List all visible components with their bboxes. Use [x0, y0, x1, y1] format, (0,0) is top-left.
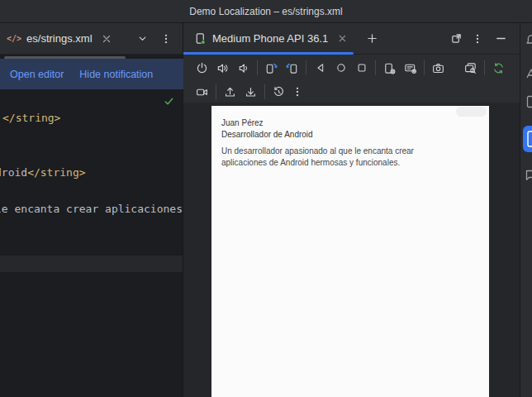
video-camera-icon — [195, 85, 209, 99]
running-devices-active-tool-button[interactable] — [523, 126, 532, 152]
notifications-tool-button[interactable] — [524, 32, 532, 49]
tab-medium-phone[interactable]: Medium Phone API 36.1 — [192, 23, 356, 54]
editor-tab-bar: </> es/strings.xml — [0, 23, 183, 55]
profile-role: Desarrollador de Android — [221, 129, 313, 141]
overview-square-icon — [355, 61, 368, 74]
kebab-icon — [160, 33, 172, 45]
sync-button[interactable] — [488, 58, 509, 78]
open-in-window-button[interactable] — [447, 30, 465, 48]
volume-down-button[interactable] — [233, 58, 254, 78]
divider — [375, 60, 376, 75]
download-icon — [244, 85, 258, 99]
android-studio-window: Demo Localization – es/strings.xml </> e… — [0, 0, 532, 397]
divider — [484, 60, 485, 75]
overview-button[interactable] — [351, 58, 372, 78]
code-line: le encanta crear aplicaciones — [0, 203, 183, 215]
camera-button[interactable] — [428, 58, 449, 78]
current-line-highlight — [0, 256, 183, 272]
logcat-tool-button[interactable] — [524, 167, 532, 184]
divider — [424, 60, 425, 75]
screen-record-button[interactable] — [192, 82, 212, 102]
message-settings-button[interactable] — [400, 58, 420, 78]
snapshot-restore-button[interactable] — [268, 82, 289, 102]
tab-label: es/strings.xml — [26, 32, 92, 45]
xml-text-content: le encanta crear aplicaciones — [0, 203, 183, 215]
upload-button[interactable] — [220, 82, 240, 102]
volume-up-button[interactable] — [212, 58, 233, 78]
profile-bio-line: Un desarrollador apasionado al que le en… — [221, 146, 414, 157]
power-icon — [195, 61, 209, 75]
code-editor[interactable]: </string> droid</string> le encanta crea… — [0, 89, 183, 397]
volume-up-icon — [216, 61, 230, 75]
code-line: droid</string> — [0, 167, 86, 179]
home-circle-icon — [335, 61, 348, 74]
close-icon — [337, 33, 348, 44]
device-screen[interactable]: Juan Pérez Desarrollador de Android Un d… — [211, 106, 489, 397]
title-bar: Demo Localization – es/strings.xml — [0, 0, 532, 23]
emulator-toolbar-secondary — [183, 81, 520, 103]
message-settings-icon — [403, 61, 417, 75]
kebab-icon — [472, 33, 483, 45]
emulator-tool-button[interactable] — [524, 94, 532, 111]
profile-bio: Un desarrollador apasionado al que le en… — [221, 146, 414, 169]
volume-down-icon — [236, 61, 250, 75]
download-button[interactable] — [240, 82, 261, 102]
code-line: </string> — [2, 112, 60, 124]
chevron-down-icon — [136, 32, 149, 45]
screen-search-icon — [463, 61, 477, 75]
rotate-right-button[interactable] — [282, 58, 302, 78]
screen-status-pill — [456, 107, 487, 117]
kebab-icon — [292, 86, 303, 98]
device-display-area: Juan Pérez Desarrollador de Android Un d… — [183, 103, 520, 397]
chat-bubble-icon — [524, 167, 532, 182]
plus-icon — [366, 32, 378, 45]
minimize-icon — [495, 32, 507, 45]
back-button[interactable] — [310, 58, 330, 78]
add-device-tab-button[interactable] — [363, 30, 381, 48]
close-icon — [101, 33, 112, 45]
upload-icon — [223, 85, 237, 99]
more-actions-button[interactable] — [289, 82, 306, 102]
profile-bio-line: aplicaciones de Android hermosas y funci… — [221, 157, 414, 169]
tab-label: Medium Phone API 36.1 — [212, 32, 328, 45]
rotate-right-icon — [285, 61, 299, 75]
device-tab-bar: Medium Phone API 36.1 — [183, 23, 520, 55]
xml-file-icon: </> — [7, 34, 21, 43]
divider — [216, 84, 216, 99]
device-manager-icon — [524, 66, 532, 81]
rotate-left-button[interactable] — [261, 58, 282, 78]
device-phone-icon — [193, 31, 207, 45]
phone-outline-icon — [524, 94, 532, 109]
tool-window-stripe — [520, 23, 532, 397]
editor-panel: </> es/strings.xml Open editor Hide noti… — [0, 23, 183, 397]
rotate-left-icon — [264, 61, 278, 75]
editor-options-button[interactable] — [157, 30, 175, 48]
tab-es-strings-xml[interactable]: </> es/strings.xml — [0, 23, 122, 54]
device-settings-icon — [382, 61, 397, 75]
back-triangle-icon — [314, 61, 327, 74]
xml-closing-tag: </string> — [27, 166, 85, 179]
restore-clock-icon — [272, 85, 286, 99]
hide-notification-link[interactable]: Hide notification — [79, 69, 153, 80]
running-devices-panel: Medium Phone API 36.1 — [183, 23, 520, 397]
divider — [306, 60, 306, 75]
power-button[interactable] — [192, 58, 212, 78]
divider — [257, 60, 258, 75]
close-tab-button[interactable] — [97, 30, 116, 48]
device-settings-button[interactable] — [379, 58, 400, 78]
open-editor-link[interactable]: Open editor — [10, 69, 64, 80]
close-device-tab-button[interactable] — [333, 30, 351, 48]
screen-search-button[interactable] — [460, 58, 481, 78]
tab-list-button[interactable] — [134, 30, 152, 48]
open-in-window-icon — [450, 32, 463, 45]
sync-icon — [492, 61, 506, 75]
home-button[interactable] — [330, 58, 351, 78]
panel-options-button[interactable] — [468, 30, 487, 48]
inspection-check-icon[interactable] — [163, 95, 175, 108]
emulator-toolbar-primary — [183, 55, 520, 81]
window-title: Demo Localization – es/strings.xml — [189, 6, 342, 17]
device-manager-tool-button[interactable] — [524, 66, 532, 83]
minimize-panel-button[interactable] — [492, 30, 510, 48]
phone-outline-icon — [526, 130, 532, 148]
xml-text-content: droid — [0, 166, 27, 179]
